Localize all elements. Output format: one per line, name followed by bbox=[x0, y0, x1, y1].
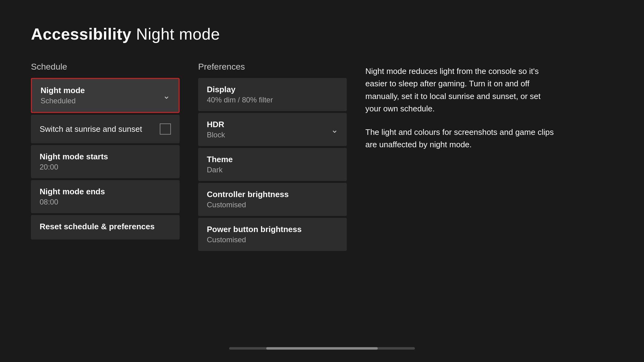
content-layout: Schedule Night mode Scheduled ⌄ Switch a… bbox=[31, 62, 613, 253]
title-bold: Accessibility bbox=[31, 25, 131, 43]
scrollbar[interactable] bbox=[229, 347, 415, 350]
preferences-item-controller-label: Controller brightness bbox=[207, 190, 338, 199]
preferences-item-theme-value: Dark bbox=[207, 166, 338, 174]
schedule-item-reset[interactable]: Reset schedule & preferences bbox=[31, 215, 180, 239]
preferences-heading: Preferences bbox=[198, 62, 347, 72]
schedule-item-night-mode-label: Night mode bbox=[41, 86, 170, 95]
schedule-item-ends-label: Night mode ends bbox=[40, 187, 171, 196]
chevron-down-icon-hdr: ⌄ bbox=[331, 124, 338, 135]
sunrise-sunset-checkbox[interactable] bbox=[160, 123, 171, 135]
preferences-item-theme-label: Theme bbox=[207, 155, 338, 164]
preferences-item-controller-brightness[interactable]: Controller brightness Customised bbox=[198, 183, 347, 216]
schedule-item-sunrise-sunset[interactable]: Switch at sunrise and sunset bbox=[31, 115, 180, 143]
schedule-item-starts-label: Night mode starts bbox=[40, 152, 171, 162]
schedule-item-starts-value: 20:00 bbox=[40, 163, 171, 171]
preferences-item-hdr-label: HDR bbox=[207, 120, 338, 129]
info-paragraph-2: The light and colours for screenshots an… bbox=[365, 126, 557, 151]
preferences-item-display-value: 40% dim / 80% filter bbox=[207, 96, 338, 104]
page-title: Accessibility Night mode bbox=[31, 25, 613, 43]
preferences-item-hdr-value: Block bbox=[207, 131, 338, 139]
preferences-item-display[interactable]: Display 40% dim / 80% filter bbox=[198, 78, 347, 111]
preferences-column: Preferences Display 40% dim / 80% filter… bbox=[198, 62, 347, 253]
preferences-item-theme[interactable]: Theme Dark bbox=[198, 148, 347, 181]
preferences-item-hdr[interactable]: HDR Block ⌄ bbox=[198, 113, 347, 146]
title-regular: Night mode bbox=[136, 25, 220, 43]
schedule-item-night-mode[interactable]: Night mode Scheduled ⌄ bbox=[31, 78, 180, 113]
info-column: Night mode reduces light from the consol… bbox=[365, 62, 613, 151]
schedule-item-sunrise-label: Switch at sunrise and sunset bbox=[40, 124, 142, 134]
preferences-item-controller-value: Customised bbox=[207, 200, 338, 209]
schedule-item-ends-value: 08:00 bbox=[40, 198, 171, 206]
schedule-heading: Schedule bbox=[31, 62, 180, 72]
schedule-item-night-mode-starts[interactable]: Night mode starts 20:00 bbox=[31, 145, 180, 178]
schedule-item-night-mode-ends[interactable]: Night mode ends 08:00 bbox=[31, 180, 180, 213]
page-container: Accessibility Night mode Schedule Night … bbox=[0, 0, 644, 253]
info-text: Night mode reduces light from the consol… bbox=[365, 65, 557, 151]
scrollbar-thumb bbox=[266, 347, 378, 350]
preferences-item-power-brightness[interactable]: Power button brightness Customised bbox=[198, 218, 347, 251]
schedule-item-night-mode-value: Scheduled bbox=[41, 97, 170, 105]
info-paragraph-1: Night mode reduces light from the consol… bbox=[365, 65, 557, 115]
preferences-item-display-label: Display bbox=[207, 85, 338, 94]
preferences-item-power-value: Customised bbox=[207, 235, 338, 244]
schedule-item-reset-label: Reset schedule & preferences bbox=[40, 222, 171, 231]
preferences-item-power-label: Power button brightness bbox=[207, 225, 338, 234]
chevron-down-icon: ⌄ bbox=[163, 90, 170, 101]
schedule-column: Schedule Night mode Scheduled ⌄ Switch a… bbox=[31, 62, 180, 241]
